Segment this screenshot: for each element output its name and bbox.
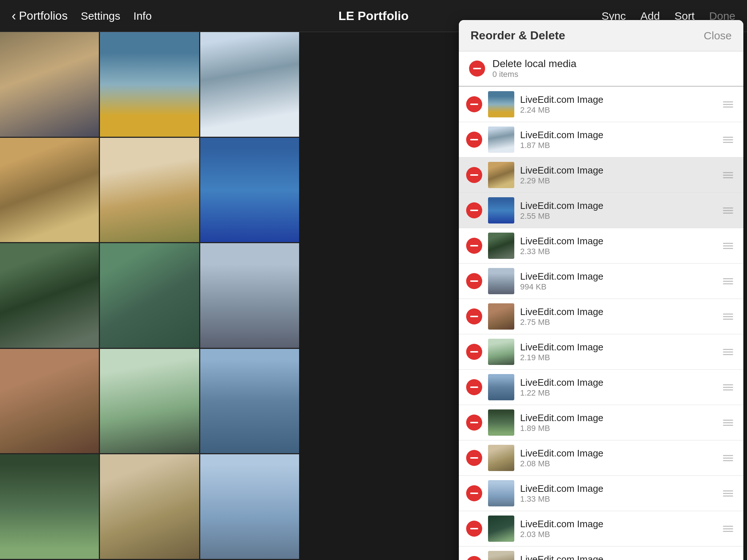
list-item-minus-button[interactable]	[466, 273, 482, 289]
drag-handle-icon[interactable]	[720, 452, 736, 464]
list-item-size: 2.55 MB	[520, 211, 714, 221]
list-item-name: LiveEdit.com Image	[520, 342, 714, 353]
list-item-thumbnail	[488, 268, 514, 294]
photo-cell[interactable]	[0, 349, 99, 454]
photo-cell[interactable]	[100, 454, 199, 559]
photo-cell[interactable]	[0, 138, 99, 242]
list-item-name: LiveEdit.com Image	[520, 200, 714, 211]
panel-list[interactable]: LiveEdit.com Image2.24 MBLiveEdit.com Im…	[459, 87, 743, 560]
list-item-name: LiveEdit.com Image	[520, 236, 714, 247]
minus-icon	[470, 493, 478, 494]
drag-handle-icon[interactable]	[720, 487, 736, 499]
photo-cell[interactable]	[100, 243, 199, 348]
panel-title: Reorder & Delete	[471, 29, 565, 42]
list-item-name: LiveEdit.com Image	[520, 483, 714, 494]
drag-handle-icon[interactable]	[720, 311, 736, 323]
list-item-minus-button[interactable]	[466, 556, 482, 560]
photo-cell[interactable]	[0, 454, 99, 559]
list-item-minus-button[interactable]	[466, 415, 482, 431]
back-label: Portfolios	[19, 9, 67, 23]
list-item-thumbnail	[488, 162, 514, 188]
delete-local-minus-button[interactable]	[469, 61, 485, 77]
photo-cell[interactable]	[0, 243, 99, 348]
list-item: LiveEdit.com Image2.03 MB	[459, 511, 743, 547]
drag-handle-icon[interactable]	[720, 98, 736, 110]
list-item-name: LiveEdit.com Image	[520, 554, 714, 560]
list-item: LiveEdit.com Image2.29 MB	[459, 158, 743, 193]
list-item-text: LiveEdit.com Image994 KB	[520, 271, 714, 292]
minus-icon	[470, 104, 478, 105]
list-item-size: 1.87 MB	[520, 141, 714, 150]
drag-handle-icon[interactable]	[720, 346, 736, 358]
drag-handle-icon[interactable]	[720, 417, 736, 429]
photo-cell[interactable]	[200, 243, 299, 348]
list-item-thumbnail	[488, 409, 514, 436]
list-item-minus-button[interactable]	[466, 238, 482, 254]
list-item: LiveEdit.com Image1.87 MB	[459, 122, 743, 158]
minus-icon	[470, 245, 478, 246]
photo-cell[interactable]	[100, 349, 199, 454]
delete-local-row: Delete local media 0 items	[459, 51, 743, 86]
drag-handle-icon[interactable]	[720, 558, 736, 560]
drag-handle-icon[interactable]	[720, 275, 736, 287]
photo-cell[interactable]	[200, 138, 299, 242]
delete-local-text: Delete local media 0 items	[492, 58, 733, 79]
nav-left: ‹ Portfolios Settings Info	[12, 8, 152, 24]
minus-icon	[470, 174, 478, 176]
list-item-minus-button[interactable]	[466, 308, 482, 324]
list-item-minus-button[interactable]	[466, 96, 482, 112]
list-item-name: LiveEdit.com Image	[520, 518, 714, 530]
list-item: LiveEdit.com Image2.19 MB	[459, 334, 743, 370]
list-item-text: LiveEdit.com Image2.33 MB	[520, 236, 714, 256]
list-item-thumbnail	[488, 516, 514, 542]
list-item-minus-button[interactable]	[466, 202, 482, 218]
list-item: LiveEdit.com Image2.33 MB	[459, 228, 743, 264]
list-item-minus-button[interactable]	[466, 379, 482, 395]
photo-cell[interactable]	[200, 454, 299, 559]
list-item-thumbnail	[488, 480, 514, 506]
list-item: LiveEdit.com Image2.75 MB	[459, 299, 743, 334]
list-item-size: 2.03 MB	[520, 530, 714, 539]
settings-button[interactable]: Settings	[81, 10, 120, 22]
list-item-size: 2.75 MB	[520, 318, 714, 327]
photo-grid	[0, 32, 299, 560]
list-item-text: LiveEdit.com Image1.22 MB	[520, 377, 714, 398]
list-item-minus-button[interactable]	[466, 132, 482, 148]
back-button[interactable]: ‹ Portfolios	[12, 8, 67, 24]
list-item-minus-button[interactable]	[466, 167, 482, 183]
minus-icon	[470, 316, 478, 317]
list-item-text: LiveEdit.com Image2.43 MB	[520, 554, 714, 560]
list-item-thumbnail	[488, 339, 514, 365]
list-item-thumbnail	[488, 127, 514, 153]
photo-cell[interactable]	[0, 32, 99, 137]
list-item-thumbnail	[488, 197, 514, 223]
photo-cell[interactable]	[200, 32, 299, 137]
drag-handle-icon[interactable]	[720, 240, 736, 252]
list-item-minus-button[interactable]	[466, 521, 482, 537]
list-item-name: LiveEdit.com Image	[520, 271, 714, 282]
photo-cell[interactable]	[200, 349, 299, 454]
chevron-left-icon: ‹	[12, 8, 16, 24]
list-item-text: LiveEdit.com Image2.55 MB	[520, 200, 714, 221]
drag-handle-icon[interactable]	[720, 381, 736, 393]
list-item: LiveEdit.com Image1.22 MB	[459, 370, 743, 405]
info-button[interactable]: Info	[133, 10, 152, 22]
list-item-name: LiveEdit.com Image	[520, 129, 714, 141]
list-item-minus-button[interactable]	[466, 485, 482, 501]
drag-handle-icon[interactable]	[720, 523, 736, 535]
list-item-name: LiveEdit.com Image	[520, 306, 714, 318]
drag-handle-icon[interactable]	[720, 169, 736, 181]
list-item-size: 994 KB	[520, 282, 714, 292]
list-item: LiveEdit.com Image2.55 MB	[459, 193, 743, 228]
list-item-thumbnail	[488, 91, 514, 117]
list-item-text: LiveEdit.com Image2.19 MB	[520, 342, 714, 362]
list-item-minus-button[interactable]	[466, 344, 482, 360]
photo-cell[interactable]	[100, 32, 199, 137]
photo-cell[interactable]	[100, 138, 199, 242]
list-item: LiveEdit.com Image994 KB	[459, 264, 743, 299]
list-item-minus-button[interactable]	[466, 450, 482, 466]
reorder-panel: Reorder & Delete Close Delete local medi…	[459, 20, 743, 560]
drag-handle-icon[interactable]	[720, 205, 736, 217]
panel-close-button[interactable]: Close	[704, 30, 732, 42]
drag-handle-icon[interactable]	[720, 134, 736, 146]
